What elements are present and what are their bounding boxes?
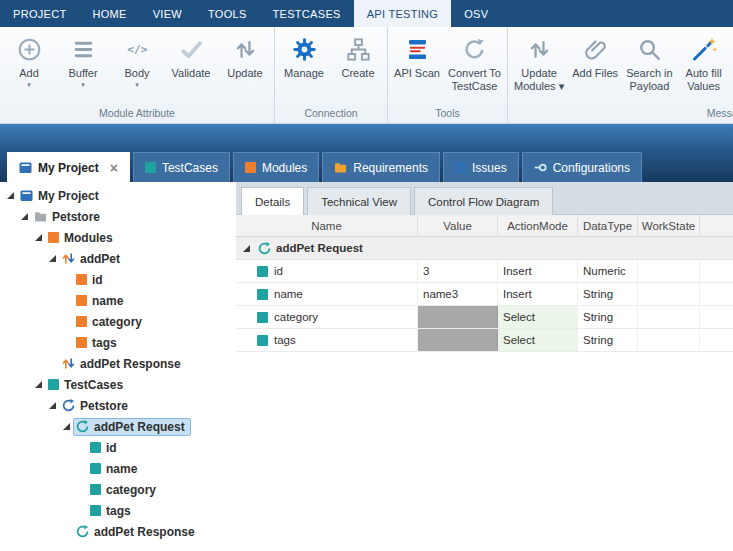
cell-workstate[interactable] — [638, 329, 700, 351]
create-button[interactable]: Create — [331, 30, 385, 105]
tree-item-name[interactable]: name — [0, 458, 236, 479]
cell-value[interactable]: name3 — [418, 283, 498, 305]
menu-tab-api-testing[interactable]: API TESTING — [354, 0, 452, 27]
doc-tab-configurations[interactable]: Configurations — [522, 152, 642, 182]
ribbon-button-label: API Scan — [394, 67, 440, 80]
menu-tab-tools[interactable]: TOOLS — [195, 0, 260, 27]
expand-arrow-icon[interactable] — [18, 212, 30, 221]
ribbon-button-label: Update — [227, 67, 262, 80]
body-button[interactable]: </>Body▾ — [110, 30, 164, 105]
group-row[interactable]: addPet Request — [236, 237, 733, 260]
cell-workstate[interactable] — [638, 306, 700, 328]
tree-item-addpet-response[interactable]: addPet Response — [0, 521, 236, 542]
menu-tab-osv[interactable]: OSV — [451, 0, 501, 27]
cell-name[interactable]: tags — [236, 329, 418, 351]
tree-item-id[interactable]: id — [0, 269, 236, 290]
tree-item-tags[interactable]: tags — [0, 332, 236, 353]
tree-item-category[interactable]: category — [0, 311, 236, 332]
tree-item-category[interactable]: category — [0, 479, 236, 500]
close-icon[interactable]: × — [110, 161, 118, 175]
tree-item-addpet[interactable]: addPet — [0, 248, 236, 269]
expand-arrow-icon[interactable] — [60, 422, 72, 431]
expand-arrow-icon[interactable] — [240, 244, 252, 253]
tree-item-addpet-response[interactable]: addPet Response — [0, 353, 236, 374]
add-button[interactable]: Add▾ — [2, 30, 56, 105]
doc-tab-requirements[interactable]: Requirements — [322, 152, 440, 182]
ribbon-button-label: Auto fillValues — [686, 67, 722, 93]
teal-square-icon — [90, 484, 101, 495]
teal-square-icon — [90, 463, 101, 474]
expand-arrow-icon[interactable] — [46, 254, 58, 263]
auto-fill-values-button[interactable]: Auto fillValues — [677, 30, 731, 105]
doc-tab-issues[interactable]: Issues — [443, 152, 519, 182]
tree-item-id[interactable]: id — [0, 437, 236, 458]
cell-datatype[interactable]: String — [578, 283, 638, 305]
project-icon — [19, 161, 32, 174]
convert-to-testcase-button[interactable]: Convert ToTestCase — [444, 30, 505, 105]
details-tab-technical-view[interactable]: Technical View — [307, 187, 411, 215]
cell-actionmode[interactable]: Insert — [498, 260, 578, 282]
update-button[interactable]: Update — [218, 30, 272, 105]
tree-item-testcases[interactable]: TestCases — [0, 374, 236, 395]
cell-datatype[interactable]: String — [578, 306, 638, 328]
doc-tab-modules[interactable]: Modules — [233, 152, 319, 182]
tree-item-label: category — [106, 483, 156, 497]
manage-button[interactable]: Manage — [277, 30, 331, 105]
dropdown-arrow-icon: ▾ — [135, 81, 139, 88]
doc-tab-testcases[interactable]: TestCases — [133, 152, 230, 182]
dropdown-arrow-icon: ▾ — [81, 81, 85, 88]
cell-datatype[interactable]: String — [578, 329, 638, 351]
cell-actionmode[interactable]: Insert — [498, 283, 578, 305]
details-tab-control-flow-diagram[interactable]: Control Flow Diagram — [414, 187, 553, 215]
tree-item-label: id — [106, 441, 117, 455]
tree-item-petstore[interactable]: Petstore — [0, 395, 236, 416]
cell-workstate[interactable] — [638, 283, 700, 305]
cell-name-label: tags — [274, 334, 296, 346]
buffer-button[interactable]: Buffer▾ — [56, 30, 110, 105]
cell-actionmode[interactable]: Select — [498, 329, 578, 351]
teal-square-icon — [48, 379, 59, 390]
menu-tab-project[interactable]: PROJECT — [0, 0, 79, 27]
update-modules-button[interactable]: UpdateModules ▾ — [510, 30, 568, 105]
cell-workstate[interactable] — [638, 260, 700, 282]
cell-value[interactable] — [418, 329, 498, 351]
cell-actionmode[interactable]: Select — [498, 306, 578, 328]
menu-tab-home[interactable]: HOME — [79, 0, 139, 27]
tree-item-core: TestCases — [45, 376, 129, 394]
ribbon-button-label: Search inPayload — [626, 67, 672, 93]
cell-datatype[interactable]: Numeric — [578, 260, 638, 282]
tree-item-petstore[interactable]: Petstore — [0, 206, 236, 227]
tree-item-my-project[interactable]: My Project — [0, 185, 236, 206]
column-header-filler — [700, 215, 733, 236]
cell-name-label: name — [274, 288, 303, 300]
cell-name[interactable]: id — [236, 260, 418, 282]
details-tabstrip: DetailsTechnical ViewControl Flow Diagra… — [236, 182, 733, 215]
tree-item-core: addPet Response — [73, 523, 201, 541]
validate-button[interactable]: Validate — [164, 30, 218, 105]
tree-item-name[interactable]: name — [0, 290, 236, 311]
expand-arrow-icon[interactable] — [32, 380, 44, 389]
cell-value[interactable] — [418, 306, 498, 328]
add-files-button[interactable]: Add Files — [568, 30, 622, 105]
tree-item-label: addPet — [80, 252, 120, 266]
expand-arrow-icon[interactable] — [46, 401, 58, 410]
tree-item-addpet-request[interactable]: addPet Request — [0, 416, 236, 437]
expand-arrow-icon[interactable] — [32, 233, 44, 242]
tree-item-tags[interactable]: tags — [0, 500, 236, 521]
cell-value[interactable]: 3 — [418, 260, 498, 282]
tree-item-modules[interactable]: Modules — [0, 227, 236, 248]
search-in-payload-button[interactable]: Search inPayload — [622, 30, 676, 105]
menu-tab-view[interactable]: VIEW — [140, 0, 195, 27]
app-window: PROJECTHOMEVIEWTOOLSTESTCASESAPI TESTING… — [0, 0, 733, 551]
attributes-table: NameValueActionModeDataTypeWorkStateaddP… — [236, 215, 733, 551]
doc-tab-my-project[interactable]: My Project× — [7, 152, 130, 182]
teal-square-icon — [90, 442, 101, 453]
menu-tab-testcases[interactable]: TESTCASES — [260, 0, 354, 27]
api-scan-button[interactable]: API Scan — [390, 30, 444, 105]
cell-name[interactable]: category — [236, 306, 418, 328]
cell-name[interactable]: name — [236, 283, 418, 305]
details-tab-details[interactable]: Details — [241, 187, 304, 215]
expand-arrow-icon[interactable] — [4, 191, 16, 200]
cell-filler — [700, 306, 733, 328]
ribbon-group-label: Connection — [275, 105, 387, 123]
